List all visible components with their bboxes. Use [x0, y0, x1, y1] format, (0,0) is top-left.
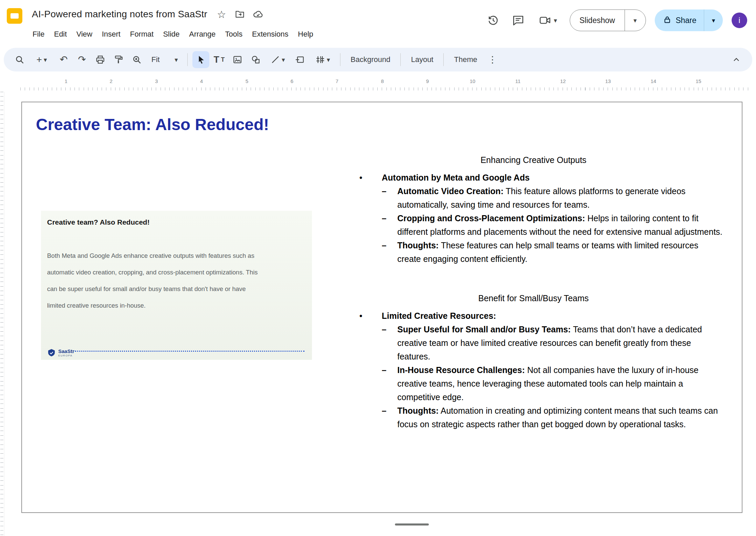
- bullet-icon: •: [359, 171, 382, 184]
- insert-line-button[interactable]: ▾: [266, 51, 290, 68]
- menu-item-format[interactable]: Format: [125, 28, 159, 41]
- slide-title[interactable]: Creative Team: Also Reduced!: [36, 115, 269, 134]
- toolbar-divider: [400, 53, 401, 66]
- menu-item-file[interactable]: File: [28, 28, 49, 41]
- toolbar-divider: [443, 53, 444, 66]
- bullet-icon: •: [359, 309, 382, 323]
- google-slides-app: AI-Powered marketing notes from SaaStr ☆…: [0, 0, 756, 536]
- menu-bar: File Edit View Insert Format Slide Arran…: [28, 28, 318, 41]
- lock-icon: [663, 15, 672, 25]
- menu-item-insert[interactable]: Insert: [97, 28, 125, 41]
- dash-icon: –: [382, 363, 397, 404]
- new-slide-button[interactable]: + ▾: [29, 51, 54, 68]
- screenshot-heading: Creative team? Also Reduced!: [47, 218, 150, 226]
- more-options-button[interactable]: ⋮: [484, 51, 501, 68]
- redo-button[interactable]: ↷: [74, 51, 90, 68]
- toolbar: + ▾ ↶ ↷ Fit ▾ TT ▾: [4, 48, 752, 71]
- more-options-icon: ⋮: [488, 54, 497, 65]
- ruler-ticks: [20, 87, 749, 90]
- screenshot-body: Both Meta and Google Ads enhance creativ…: [47, 247, 258, 314]
- menu-item-help[interactable]: Help: [293, 28, 318, 41]
- zoom-fit-select[interactable]: Fit ▾: [147, 51, 183, 68]
- select-tool-button[interactable]: [192, 51, 209, 68]
- slideshow-button[interactable]: Slideshow ▾: [570, 9, 646, 31]
- meet-caret-icon: ▾: [554, 17, 557, 24]
- comments-icon[interactable]: [510, 12, 526, 28]
- resize-handle[interactable]: [395, 523, 429, 525]
- insert-image-button[interactable]: [229, 51, 246, 68]
- header: AI-Powered marketing notes from SaaStr ☆…: [0, 0, 756, 48]
- saastr-logo: SaaStr EUROPA: [47, 348, 75, 357]
- menu-item-extensions[interactable]: Extensions: [247, 28, 293, 41]
- menu-item-slide[interactable]: Slide: [158, 28, 184, 41]
- move-folder-icon[interactable]: [234, 9, 245, 20]
- sub-item: – Automatic Video Creation: This feature…: [344, 184, 723, 211]
- dash-icon: –: [382, 184, 397, 211]
- bullet-item: • Limited Creative Resources:: [344, 309, 723, 323]
- menu-item-arrange[interactable]: Arrange: [184, 28, 220, 41]
- plus-icon: +: [37, 55, 42, 64]
- hide-menus-button[interactable]: [728, 51, 745, 68]
- menu-item-tools[interactable]: Tools: [220, 28, 247, 41]
- note-heading: Benefit for Small/Busy Teams: [344, 291, 723, 305]
- redo-icon: ↷: [78, 55, 86, 64]
- embedded-screenshot[interactable]: Creative team? Also Reduced! Both Meta a…: [41, 211, 312, 360]
- zoom-in-button[interactable]: [128, 51, 145, 68]
- slide-page[interactable]: Creative Team: Also Reduced! Creative te…: [21, 102, 742, 513]
- bullet-item: • Automation by Meta and Google Ads: [344, 171, 723, 184]
- guides-button[interactable]: ▾: [310, 51, 335, 68]
- new-slide-caret-icon: ▾: [44, 57, 47, 63]
- avatar[interactable]: i: [732, 13, 747, 28]
- google-slides-logo[interactable]: [7, 8, 22, 24]
- toolbar-divider: [187, 53, 188, 66]
- zoom-fit-caret-icon: ▾: [174, 57, 178, 63]
- search-menus-icon[interactable]: [11, 51, 28, 68]
- undo-button[interactable]: ↶: [55, 51, 72, 68]
- print-button[interactable]: [92, 51, 109, 68]
- star-icon[interactable]: ☆: [216, 9, 227, 20]
- dash-icon: –: [382, 323, 397, 363]
- signature-line: [75, 351, 304, 352]
- slideshow-label: Slideshow: [570, 16, 625, 25]
- sub-item: – Super Useful for Small and/or Busy Tea…: [344, 323, 723, 363]
- share-button[interactable]: Share ▾: [655, 9, 723, 31]
- undo-icon: ↶: [60, 55, 67, 64]
- dash-icon: –: [382, 239, 397, 266]
- insert-shape-button[interactable]: [247, 51, 264, 68]
- slides-logo-inner: [10, 13, 19, 19]
- theme-button[interactable]: Theme: [448, 51, 482, 68]
- background-button[interactable]: Background: [345, 51, 396, 68]
- sub-item: – Thoughts: Automation in creating and o…: [344, 404, 723, 431]
- toolbar-divider: [340, 53, 340, 66]
- doc-title[interactable]: AI-Powered marketing notes from SaaStr: [32, 9, 207, 20]
- sub-item: – In-House Resource Challenges: Not all …: [344, 363, 723, 404]
- paint-format-button[interactable]: [110, 51, 127, 68]
- menu-item-view[interactable]: View: [71, 28, 97, 41]
- horizontal-ruler: 1 2 3 4 5 6 7 8 9 10 11 12 13 14 15: [0, 76, 756, 92]
- cloud-status-icon[interactable]: [253, 9, 264, 20]
- meet-camera-icon[interactable]: ▾: [535, 12, 561, 28]
- insert-line-caret-icon: ▾: [282, 57, 285, 63]
- version-history-icon[interactable]: [485, 12, 501, 28]
- guides-caret-icon: ▾: [327, 57, 330, 63]
- notes-text-box[interactable]: Enhancing Creative Outputs • Automation …: [344, 153, 723, 431]
- slideshow-caret[interactable]: ▾: [625, 10, 646, 31]
- share-caret[interactable]: ▾: [704, 9, 723, 31]
- sub-item: – Cropping and Cross-Placement Optimizat…: [344, 211, 723, 239]
- textbox-tool-button[interactable]: TT: [211, 51, 228, 68]
- layout-button[interactable]: Layout: [405, 51, 439, 68]
- insert-placeholder-button[interactable]: [291, 51, 308, 68]
- menu-item-edit[interactable]: Edit: [49, 28, 71, 41]
- zoom-fit-label: Fit: [151, 55, 160, 64]
- note-heading: Enhancing Creative Outputs: [344, 153, 723, 167]
- sub-item: – Thoughts: These features can help smal…: [344, 239, 723, 266]
- vertical-ruler: [0, 92, 4, 536]
- share-label: Share: [676, 16, 696, 25]
- dash-icon: –: [382, 211, 397, 239]
- dash-icon: –: [382, 404, 397, 431]
- saastr-shield-icon: [47, 348, 56, 357]
